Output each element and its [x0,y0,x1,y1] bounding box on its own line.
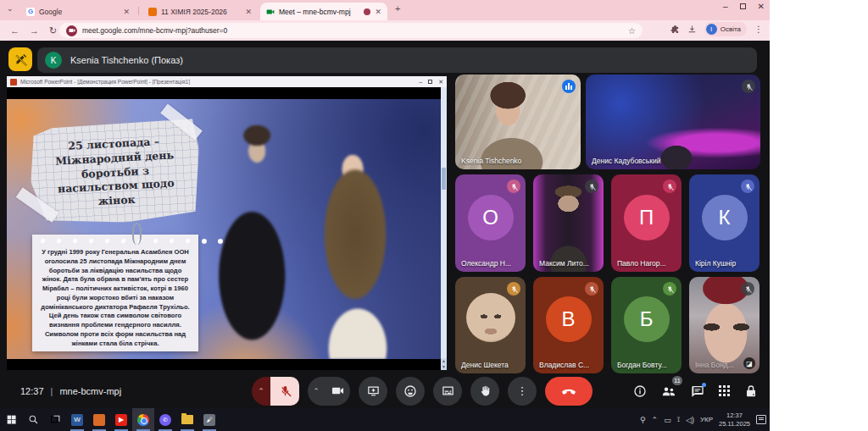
window-minimize-button[interactable]: – [723,2,728,11]
mic-off-icon [663,282,676,296]
forward-icon[interactable]: → [30,25,39,36]
participant-initial: Б [624,296,670,342]
window-maximize-button[interactable] [740,3,746,9]
camera-button[interactable] [325,384,350,397]
participant-tile-bohdan[interactable]: Б Богдан Бовту... [611,277,682,373]
download-icon[interactable] [687,25,697,34]
mic-options-chevron-icon[interactable]: ⌃ [252,377,270,406]
participant-tile-vladyslav[interactable]: В Владислав С... [533,277,604,373]
raise-hand-button[interactable] [470,377,499,406]
camera-options-chevron-icon[interactable]: ⌃ [308,387,325,395]
participant-tile-pavlo[interactable]: П Павло Нагор... [611,174,682,272]
mic-mute-button[interactable] [270,377,299,406]
participant-tile-kiril[interactable]: К Кіріл Кушнір [689,174,760,272]
tab-search-chevron-icon[interactable]: ⌄ [7,4,14,13]
tab-close-icon[interactable]: ✕ [123,8,130,16]
taskbar-explorer-button[interactable] [176,408,198,431]
chat-notification-dot [702,383,706,387]
back-icon[interactable]: ← [10,25,19,36]
participant-tile-denys-k[interactable]: Денис Кадубовський [586,75,760,169]
tray-clock[interactable]: 12:37 25.11.2025 [719,412,750,428]
participant-tile-ksenia[interactable]: Ksenia Tishchenko [455,75,581,169]
profile-chip[interactable]: І Освіта [704,22,747,36]
network-icon[interactable]: ⟟ [677,415,680,424]
taskbar-viber-button[interactable]: ✆ [154,408,176,431]
meeting-details-button[interactable] [633,384,647,398]
browser-window: ⌄ G Google ✕ 11 ХІМІЯ 2025-2026 ✕ Meet –… [0,0,770,431]
camera-in-use-icon[interactable] [66,25,77,36]
tab-meet-active[interactable]: Meet – mne-bcmv-mpj ✕ [260,3,387,20]
ppt-scrollbar-thumb[interactable] [442,168,446,190]
participant-tile-oleksandr[interactable]: О Олександр Н... [455,174,526,272]
tab-close-icon[interactable]: ✕ [245,8,252,16]
end-call-button[interactable] [545,377,593,406]
new-tab-button[interactable]: + [395,3,400,14]
ppt-minimize-button[interactable]: – [419,79,422,85]
search-icon [28,414,39,425]
start-button[interactable] [0,408,22,431]
picture-in-picture-icon[interactable]: ◪ [743,357,755,369]
powerpoint-window: Microsoft PowerPoint - [Демонстрация Pow… [7,76,447,370]
slide-note-paper: У грудні 1999 року Генеральна Асамблея О… [32,235,198,351]
taskbar-word-button[interactable]: W [66,408,88,431]
action-center-icon[interactable] [756,415,766,424]
battery-icon[interactable]: ▭ [664,416,671,424]
window-close-button[interactable]: ✕ [758,2,765,11]
paperclip-icon [132,223,142,245]
hidden-icons-chevron-icon[interactable]: ⌃ [652,416,659,424]
taskbar-youtube-button[interactable]: ▶ [110,408,132,431]
url-text: meet.google.com/mne-bcmv-mpj?authuser=0 [82,26,227,35]
bookmark-star-icon[interactable]: ☆ [628,26,636,36]
presenter-label: Ksenia Tishchenko (Показ) [70,55,183,65]
people-tray-icon[interactable]: ⚲ [640,416,646,424]
volume-icon[interactable]: ◁) [686,416,694,424]
youtube-icon: ▶ [115,414,127,426]
participant-tile-maksym[interactable]: Максим Лито... [533,174,604,272]
reactions-button[interactable] [396,377,425,406]
taskbar-powerpoint-button[interactable] [88,408,110,431]
tab-recording-icon [364,8,370,15]
ppt-scrollbar[interactable]: ▲▼ [441,87,447,370]
participant-name: Денис Шекета [461,361,509,369]
task-view-button[interactable] [44,408,66,431]
taskbar-search-button[interactable] [22,408,44,431]
reload-icon[interactable]: ↻ [49,25,57,36]
participant-tile-inna[interactable]: Інна Бонд... ◪ [689,277,760,373]
screen-share-banner[interactable]: K Ksenia Tishchenko (Показ) [37,47,757,73]
taskbar-paint-button[interactable]: 🖌 [198,408,220,431]
divider: | [51,386,53,396]
participant-tile-denys-sheketa[interactable]: Денис Шекета [455,277,526,373]
slide: 25 листопада – Міжнародний день боротьби… [7,99,441,359]
browser-menu-icon[interactable]: ⋮ [754,25,763,34]
ppt-scrollbar-buttons[interactable]: ▲▼ [441,358,447,370]
language-indicator[interactable]: УКР [700,416,713,423]
powerpoint-icon [10,79,17,86]
profile-avatar: І [706,24,717,35]
taskbar-chrome-button[interactable] [132,408,154,431]
extension-icon[interactable] [670,25,680,34]
system-tray: ⚲ ⌃ ▭ ⟟ ◁) УКР 12:37 25.11.2025 [640,412,766,428]
tab-google[interactable]: G Google ✕ [20,3,136,20]
captions-icon [442,384,454,397]
activities-button[interactable] [719,385,730,396]
presentation-alert-icon[interactable] [8,47,32,71]
present-screen-icon [367,384,380,397]
present-button[interactable] [359,377,387,406]
tray-time: 12:37 [726,412,743,419]
more-options-button[interactable]: ⋮ [508,377,537,406]
people-button[interactable]: 11 [661,384,676,399]
ppt-maximize-button[interactable] [428,80,432,84]
tab-chemistry[interactable]: 11 ХІМІЯ 2025-2026 ✕ [142,3,258,20]
ppt-close-button[interactable]: ✕ [438,79,443,86]
address-bar[interactable]: meet.google.com/mne-bcmv-mpj?authuser=0 … [59,23,643,38]
meet-favicon [266,8,275,16]
mic-off-icon [507,282,520,296]
meet-page: K Ksenia Tishchenko (Показ) Microsoft Po… [0,41,770,408]
camera-button-group[interactable]: ⌃ [308,377,350,406]
host-controls-button[interactable] [744,384,758,398]
tab-close-icon[interactable]: ✕ [375,8,381,16]
captions-button[interactable] [433,377,462,406]
mic-off-icon [507,180,520,193]
meeting-code: mne-bcmv-mpj [59,386,121,396]
chat-button[interactable] [691,384,704,398]
